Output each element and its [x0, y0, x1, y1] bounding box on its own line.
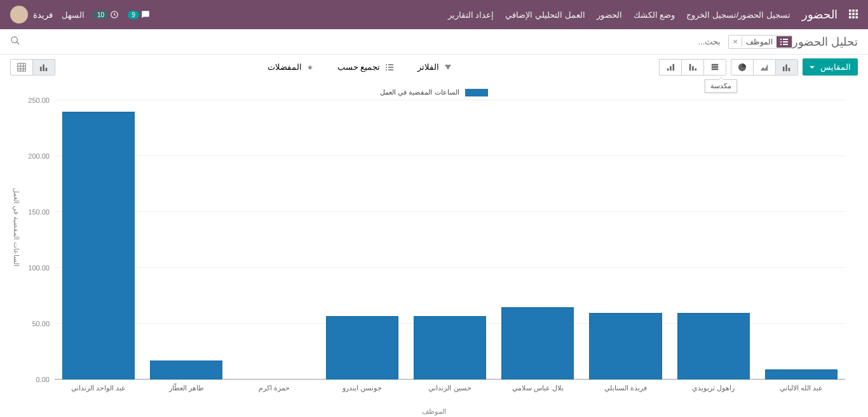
- svg-rect-26: [692, 66, 694, 70]
- svg-rect-20: [789, 67, 790, 70]
- svg-rect-35: [386, 69, 387, 70]
- svg-rect-10: [780, 39, 782, 40]
- svg-rect-39: [46, 67, 48, 70]
- x-label: جونسن ايندرو: [318, 381, 406, 395]
- x-axis-title: الموظف: [10, 407, 858, 416]
- search-facet: الموظف ×: [728, 35, 792, 49]
- svg-rect-34: [388, 67, 393, 68]
- svg-rect-25: [689, 63, 691, 70]
- favorites-button[interactable]: المفضلات: [261, 59, 320, 75]
- svg-rect-31: [386, 64, 387, 65]
- nav-reporting[interactable]: إعداد التقارير: [448, 10, 494, 20]
- gridline: [55, 267, 845, 268]
- groupby-button[interactable]: تجميع حسب: [331, 59, 400, 75]
- star-icon: [305, 62, 313, 72]
- topbar: الحضور تسجيل الحضور/تسجيل الخروج وضع الك…: [0, 0, 868, 29]
- user-menu[interactable]: فريدة: [10, 6, 53, 23]
- y-tick: 100.00: [28, 264, 50, 272]
- nav-checkin[interactable]: تسجيل الحضور/تسجيل الخروج: [686, 10, 790, 20]
- x-label: حسين الزنداني: [406, 381, 494, 395]
- pie-chart-button[interactable]: [731, 59, 754, 76]
- bar-chart-button[interactable]: [775, 59, 798, 76]
- svg-rect-4: [852, 13, 855, 15]
- bar-slot: [757, 369, 845, 380]
- graph-view-button[interactable]: [32, 59, 55, 76]
- svg-rect-2: [856, 10, 858, 12]
- svg-rect-0: [849, 10, 851, 12]
- gridline: [55, 156, 845, 156]
- chart-options-group: مكدسة: [659, 59, 726, 76]
- bar[interactable]: [150, 361, 222, 380]
- svg-rect-38: [43, 64, 44, 71]
- messages-count: 9: [128, 11, 139, 19]
- svg-rect-40: [18, 63, 25, 70]
- gridline: [55, 211, 845, 212]
- plot-area: [55, 100, 845, 380]
- line-chart-button[interactable]: [753, 59, 776, 76]
- svg-rect-23: [712, 66, 719, 68]
- measures-button[interactable]: المقايس: [803, 58, 858, 76]
- apps-icon[interactable]: [849, 8, 858, 22]
- y-tick: 50.00: [32, 320, 50, 328]
- filters-button[interactable]: الفلاتر: [411, 59, 458, 75]
- nav-analytic[interactable]: العمل التحليلي الإضافي: [505, 10, 585, 20]
- chart-area: الساعات المقضية في العمل 0.0050.00100.00…: [55, 100, 845, 392]
- messages-button[interactable]: 9: [128, 10, 150, 19]
- bar-slot: [142, 361, 230, 380]
- svg-rect-12: [780, 41, 782, 43]
- bar-slot: [406, 316, 494, 380]
- svg-point-16: [11, 37, 17, 43]
- y-tick: 250.00: [28, 96, 50, 104]
- user-name: فريدة: [33, 10, 53, 20]
- stacked-button[interactable]: [703, 59, 726, 76]
- bar-slot: [494, 307, 581, 380]
- pivot-view-button[interactable]: [10, 59, 33, 76]
- svg-rect-30: [673, 63, 675, 70]
- bar-slot: [318, 316, 406, 380]
- easy-toggle[interactable]: السهل: [62, 10, 85, 20]
- control-bar: تحليل الحضور الموظف ×: [0, 29, 868, 55]
- x-label: عبد الواحد الزنداني: [55, 381, 142, 395]
- svg-rect-14: [780, 44, 782, 45]
- y-tick: 0.00: [36, 376, 50, 383]
- bar[interactable]: [62, 112, 135, 380]
- bar[interactable]: [765, 369, 837, 380]
- svg-rect-27: [695, 68, 697, 70]
- sort-desc-button[interactable]: [681, 59, 704, 76]
- x-label: فريدة السنابلي: [581, 381, 669, 395]
- search-icon[interactable]: [10, 36, 20, 48]
- facet-remove[interactable]: ×: [729, 37, 742, 46]
- svg-rect-11: [783, 39, 788, 40]
- bar[interactable]: [414, 316, 486, 380]
- svg-rect-7: [852, 16, 855, 18]
- view-switcher: [10, 59, 55, 76]
- y-tick: 200.00: [28, 152, 50, 160]
- nav-attendance[interactable]: الحضور: [597, 10, 622, 20]
- stacked-tooltip: مكدسة: [705, 79, 737, 93]
- svg-rect-18: [783, 67, 785, 71]
- filter-group: الفلاتر تجميع حسب المفضلات: [261, 59, 458, 75]
- chart-container: الساعات المقضية في العمل الساعات المقضية…: [0, 82, 868, 417]
- bar-slot: [581, 313, 669, 380]
- svg-rect-22: [712, 63, 719, 65]
- facet-list-icon: [776, 36, 792, 48]
- y-axis-title: الساعات المقضية في العمل: [13, 188, 21, 267]
- x-label: طاهر العطّار: [142, 381, 230, 395]
- bar[interactable]: [501, 307, 574, 380]
- bar[interactable]: [326, 316, 398, 380]
- search-input[interactable]: [599, 34, 726, 49]
- nav-kiosk[interactable]: وضع الكشك: [634, 10, 675, 20]
- svg-rect-8: [856, 16, 858, 18]
- svg-rect-36: [388, 69, 393, 70]
- sort-asc-button[interactable]: [659, 59, 682, 76]
- search-wrap: الموظف ×: [10, 34, 792, 49]
- bar[interactable]: [677, 313, 750, 380]
- bar[interactable]: [589, 313, 661, 380]
- page-title: تحليل الحضور: [792, 35, 858, 49]
- x-label: راهول تريويدي: [670, 381, 757, 395]
- avatar: [10, 6, 28, 23]
- funnel-icon: [442, 62, 451, 72]
- activities-button[interactable]: 10: [93, 10, 119, 19]
- facet-label: الموظف: [742, 36, 776, 48]
- legend-swatch: [465, 89, 488, 96]
